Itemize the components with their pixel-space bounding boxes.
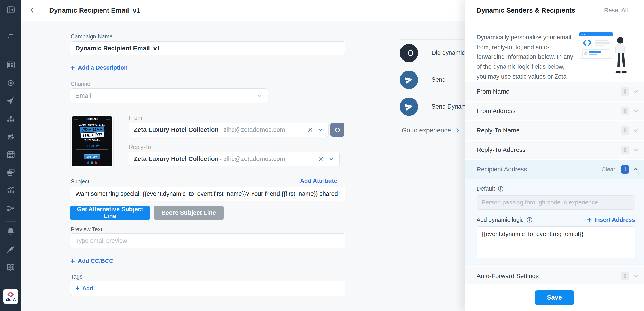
- chevron-right-icon: [454, 128, 460, 133]
- email-preview-card: BIGDEALS BLACK FRIDAY IS HERE... 20% OFF…: [72, 116, 112, 166]
- reply-to-label: Reply-To: [129, 144, 151, 150]
- sidebar: A ZETA: [0, 0, 22, 311]
- calendar-icon[interactable]: [6, 150, 16, 160]
- add-attribute-link[interactable]: Add Attribute: [300, 177, 337, 184]
- email-thumbnail[interactable]: BIGDEALS BLACK FRIDAY IS HERE... 20% OFF…: [70, 115, 114, 168]
- dynamic-logic-textarea[interactable]: {{event.dynamic_to_event.reg_email}}: [476, 226, 635, 258]
- sidebar-divider: [5, 279, 16, 279]
- chevron-up-icon[interactable]: [632, 166, 639, 173]
- clear-link[interactable]: Clear: [602, 166, 616, 173]
- panel-footer: Save: [465, 284, 644, 311]
- preview-text-input[interactable]: [70, 233, 345, 248]
- experience-node-did-dynamic[interactable]: Did dynamic_t: [400, 40, 465, 67]
- accordion-reply-to-address[interactable]: Reply-To Address 0: [465, 141, 644, 159]
- bigdeals-logo: BIGDEALS: [86, 118, 98, 121]
- shop-now-button: SHOP NOW: [84, 154, 100, 159]
- accordion-from-address[interactable]: From Address 0: [465, 102, 644, 120]
- templates-cards-icon[interactable]: [6, 167, 16, 177]
- plus-icon: [70, 65, 75, 70]
- campaign-name-label: Campaign Name: [71, 33, 113, 40]
- ai-sparkles-icon[interactable]: [6, 31, 16, 41]
- twitter-icon: [91, 161, 93, 164]
- accordion-auto-forward[interactable]: Auto-Forward Settings 0: [465, 267, 644, 285]
- analytics-icon[interactable]: [6, 185, 16, 195]
- add-cc-bcc-link[interactable]: Add CC/BCC: [70, 257, 113, 264]
- social-icons: [87, 161, 97, 164]
- email-headline: BLACK FRIDAY IS HERE...: [79, 124, 105, 126]
- chevron-down-icon[interactable]: [632, 108, 639, 114]
- add-description-link[interactable]: Add a Description: [70, 64, 128, 71]
- chevron-down-icon[interactable]: [632, 88, 639, 95]
- quill-signal-icon[interactable]: [6, 244, 16, 254]
- send-plane-icon: [400, 71, 418, 89]
- chevron-down-icon[interactable]: [632, 147, 639, 153]
- target-icon[interactable]: [6, 78, 16, 88]
- hierarchy-icon[interactable]: [6, 114, 16, 124]
- save-button[interactable]: Save: [535, 290, 574, 305]
- back-button[interactable]: [22, 0, 43, 21]
- reply-to-select[interactable]: Zeta Luxury Hotel Collection - zlhc@zeta…: [128, 152, 340, 166]
- score-subject-button[interactable]: Score Subject Line: [154, 206, 224, 220]
- info-icon[interactable]: [498, 186, 504, 192]
- insert-address-link[interactable]: Insert Address: [587, 216, 635, 223]
- code-editor-button[interactable]: [330, 123, 344, 137]
- from-label: From: [129, 115, 142, 121]
- recipient-address-body: Default Add dynamic logic Insert Address: [465, 179, 644, 266]
- chevron-down-icon: [256, 93, 263, 99]
- chevron-down-icon[interactable]: [328, 156, 334, 162]
- email-ready-text: ...READY?: [85, 145, 99, 148]
- chevron-down-icon[interactable]: [632, 273, 639, 279]
- sidebar-divider: [5, 221, 16, 221]
- channel-label: Channel: [71, 81, 92, 87]
- tags-label: Tags: [71, 273, 82, 280]
- clear-x-icon[interactable]: [308, 127, 313, 133]
- zeta-logo-text: ZETA: [5, 297, 16, 302]
- plus-icon: [75, 286, 80, 290]
- panel-header: Dynamic Senders & Recipients Reset All: [465, 0, 644, 21]
- workflow-icon[interactable]: [6, 203, 16, 213]
- get-alternative-subject-button[interactable]: Get Alternative Subject Line: [70, 206, 150, 220]
- app: A ZETA Dynamic Recipient Email_v1 Campai…: [0, 0, 644, 311]
- glossary-book-icon[interactable]: A: [6, 263, 16, 272]
- accordion-recipient-address[interactable]: Recipient Address Clear 1: [465, 160, 644, 179]
- zeta-logo[interactable]: ZETA: [3, 289, 18, 304]
- subject-input[interactable]: [70, 187, 345, 201]
- clear-x-icon[interactable]: [318, 156, 324, 162]
- count-badge: 0: [621, 107, 629, 115]
- from-select[interactable]: Zeta Luxury Hotel Collection - zlhc@zeta…: [128, 123, 329, 137]
- panel-title: Dynamic Senders & Recipients: [476, 7, 575, 14]
- send-plane-icon: [400, 98, 418, 116]
- experience-node-send-dynamic[interactable]: Send Dynamic: [400, 93, 465, 120]
- svg-text:A: A: [8, 266, 10, 269]
- count-badge: 0: [621, 126, 629, 135]
- go-to-experience-link[interactable]: Go to experience: [402, 127, 460, 134]
- count-badge: 1: [621, 165, 629, 174]
- dashboard-icon[interactable]: [6, 60, 16, 70]
- experience-node-send[interactable]: Send: [400, 67, 465, 93]
- experience-node-list: Did dynamic_t Send Send Dynamic: [400, 39, 465, 120]
- preview-text-label: Preview Text: [71, 226, 102, 233]
- audience-icon[interactable]: [6, 132, 16, 142]
- googleplus-icon: [94, 161, 97, 164]
- panel-accordions: From Name 0 From Address 0 Reply-To Name…: [465, 82, 644, 286]
- sidebar-toggle-icon[interactable]: [6, 5, 16, 15]
- facebook-icon: [87, 161, 90, 164]
- send-campaigns-icon[interactable]: [6, 96, 16, 106]
- page-title: Dynamic Recipient Email_v1: [49, 7, 140, 14]
- plus-icon: [70, 259, 75, 263]
- code-brackets-icon: [334, 126, 341, 134]
- default-label: Default: [476, 185, 504, 192]
- default-recipient-input[interactable]: [476, 195, 635, 210]
- chevron-down-icon[interactable]: [317, 127, 324, 133]
- dynamic-senders-panel: Dynamic Senders & Recipients Reset All D…: [465, 0, 644, 311]
- accordion-reply-to-name[interactable]: Reply-To Name 0: [465, 121, 644, 140]
- add-dynamic-logic-label: Add dynamic logic: [476, 216, 533, 223]
- notifications-bell-icon[interactable]: [6, 226, 16, 236]
- reset-all-link[interactable]: Reset All: [604, 7, 628, 14]
- add-tag-link[interactable]: Add: [75, 285, 93, 291]
- chevron-down-icon[interactable]: [632, 127, 639, 134]
- channel-select[interactable]: Email: [70, 88, 268, 103]
- accordion-from-name[interactable]: From Name 0: [465, 82, 644, 101]
- campaign-name-input[interactable]: [70, 41, 345, 55]
- info-icon[interactable]: [526, 217, 533, 223]
